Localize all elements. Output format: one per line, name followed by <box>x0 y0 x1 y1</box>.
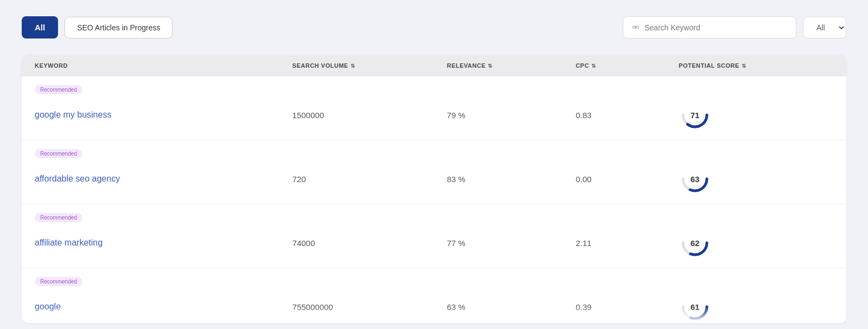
score-cell: 61 <box>679 291 833 323</box>
table-body: Recommendedgoogle my business150000079 %… <box>22 76 846 323</box>
th-potential-score: POTENTIAL SCORE ⇅ <box>679 62 833 69</box>
table-row[interactable]: Recommendedgoogle75500000063 %0.39 61 <box>22 268 846 323</box>
relevance-value: 63 % <box>447 302 576 312</box>
cpc-value: 0.00 <box>576 175 679 184</box>
relevance-value: 83 % <box>447 175 576 184</box>
score-cell: 62 <box>679 227 833 259</box>
cpc-value: 2.11 <box>576 238 679 248</box>
sort-icon-relevance[interactable]: ⇅ <box>488 63 493 69</box>
all-tab-button[interactable]: All <box>22 16 58 38</box>
th-cpc: CPC ⇅ <box>576 62 679 69</box>
filter-dropdown[interactable]: All <box>803 17 846 38</box>
row-data-grid: google75500000063 %0.39 61 <box>35 291 833 323</box>
score-text: 61 <box>691 302 700 312</box>
keyword-name[interactable]: affiliate marketing <box>35 238 292 248</box>
search-volume-value: 74000 <box>292 238 447 248</box>
table-row[interactable]: Recommendedgoogle my business150000079 %… <box>22 76 846 140</box>
keyword-name[interactable]: google <box>35 302 292 312</box>
table-row[interactable]: Recommendedaffordable seo agency72083 %0… <box>22 140 846 204</box>
search-volume-value: 720 <box>292 175 447 184</box>
keyword-name[interactable]: google my business <box>35 110 292 120</box>
search-volume-value: 755000000 <box>292 302 447 312</box>
score-circle: 62 <box>679 227 711 259</box>
cpc-value: 0.83 <box>576 111 679 120</box>
row-data-grid: affordable seo agency72083 %0.00 63 <box>35 163 833 195</box>
keyword-table: KEYWORD SEARCH VOLUME ⇅ RELEVANCE ⇅ CPC … <box>22 55 846 323</box>
sort-icon-cpc[interactable]: ⇅ <box>591 63 596 69</box>
row-data-grid: affiliate marketing7400077 %2.11 62 <box>35 227 833 259</box>
relevance-value: 79 % <box>447 111 576 120</box>
table-header: KEYWORD SEARCH VOLUME ⇅ RELEVANCE ⇅ CPC … <box>22 55 846 76</box>
seo-tab-button[interactable]: SEO Articles in Progress <box>65 17 173 38</box>
th-search-volume: SEARCH VOLUME ⇅ <box>292 62 447 69</box>
row-data-grid: google my business150000079 %0.83 71 <box>35 99 833 131</box>
table-row[interactable]: Recommendedaffiliate marketing7400077 %2… <box>22 204 846 268</box>
recommended-badge: Recommended <box>35 85 82 94</box>
search-input[interactable] <box>644 23 787 32</box>
sort-icon-score[interactable]: ⇅ <box>742 63 746 69</box>
th-relevance: RELEVANCE ⇅ <box>447 62 576 69</box>
score-circle: 71 <box>679 99 711 131</box>
score-cell: 63 <box>679 163 833 195</box>
score-text: 63 <box>691 175 700 184</box>
score-circle: 63 <box>679 163 711 195</box>
score-circle: 61 <box>679 291 711 323</box>
sort-icon-volume[interactable]: ⇅ <box>350 63 355 69</box>
search-volume-value: 1500000 <box>292 111 447 120</box>
cpc-value: 0.39 <box>576 302 679 312</box>
score-text: 62 <box>691 238 700 248</box>
recommended-badge: Recommended <box>35 149 82 158</box>
search-box: ⚮ <box>623 16 796 38</box>
top-bar: All SEO Articles in Progress ⚮ All <box>22 16 846 38</box>
th-keyword: KEYWORD <box>35 62 292 69</box>
keyword-name[interactable]: affordable seo agency <box>35 174 292 184</box>
relevance-value: 77 % <box>447 238 576 248</box>
recommended-badge: Recommended <box>35 213 82 222</box>
score-text: 71 <box>691 111 700 120</box>
score-cell: 71 <box>679 99 833 131</box>
search-icon: ⚮ <box>632 22 639 33</box>
recommended-badge: Recommended <box>35 277 82 286</box>
